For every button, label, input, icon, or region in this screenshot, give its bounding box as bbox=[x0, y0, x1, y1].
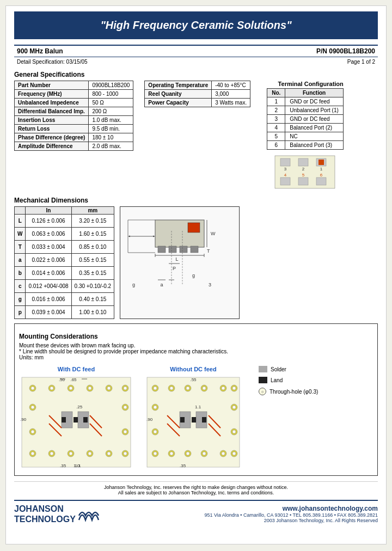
svg-text:a: a bbox=[161, 282, 163, 287]
solder-icon bbox=[259, 366, 267, 372]
svg-rect-10 bbox=[316, 177, 326, 185]
mounting-note2: * Line width should be designed to provi… bbox=[19, 348, 373, 354]
svg-text:3: 3 bbox=[284, 167, 287, 172]
svg-point-72 bbox=[107, 452, 111, 455]
website: www.johansontechnology.com bbox=[204, 505, 378, 512]
svg-text:.35: .35 bbox=[60, 463, 66, 468]
footer-line1: Johanson Technology, Inc. reserves the r… bbox=[14, 485, 378, 490]
svg-text:W: W bbox=[211, 231, 216, 236]
svg-point-54 bbox=[124, 387, 127, 390]
table-row: Frequency (MHz)800 - 1000 bbox=[15, 90, 133, 99]
svg-text:g: g bbox=[192, 273, 195, 278]
mounting-note1: Mount these devices with brown mark faci… bbox=[19, 342, 373, 348]
svg-rect-9 bbox=[298, 177, 308, 185]
legend-through: ○ Through-hole (φ0.3) bbox=[259, 388, 318, 395]
table-row: p0.039 ± 0.0041.00 ± 0.10 bbox=[15, 306, 114, 319]
table-row: L0.126 ± 0.0063.20 ± 0.15 bbox=[15, 215, 114, 228]
mounting-diagrams: With DC feed bbox=[19, 366, 373, 471]
table-row: b0.014 ± 0.0060.35 ± 0.15 bbox=[15, 267, 114, 280]
svg-point-44 bbox=[31, 387, 34, 390]
svg-text:1.1: 1.1 bbox=[195, 405, 201, 409]
table-row: Amplitude Difference2.0 dB max. bbox=[15, 142, 133, 151]
svg-point-99 bbox=[186, 387, 189, 390]
svg-point-56 bbox=[31, 406, 34, 409]
svg-text:.55: .55 bbox=[190, 377, 197, 382]
mechanical-title: Mechanical Dimensions bbox=[14, 197, 378, 204]
svg-rect-1 bbox=[280, 158, 290, 166]
terminal-diagram: 3 2 1 4 5 6 bbox=[272, 153, 338, 191]
address: 951 Via Alondra • Camarillo, CA 93012 • … bbox=[204, 512, 378, 518]
svg-text:L: L bbox=[176, 256, 179, 262]
mech-diagram: W L P g T a 3 g bbox=[122, 209, 237, 315]
svg-text:.65: .65 bbox=[70, 377, 77, 382]
svg-point-50 bbox=[88, 387, 91, 390]
table-row: Operating Temperature-40 to +85°C bbox=[145, 81, 250, 90]
mech-section: In mm L0.126 ± 0.0063.20 ± 0.15W0.063 ± … bbox=[14, 206, 378, 319]
svg-point-70 bbox=[88, 452, 91, 455]
svg-rect-2 bbox=[298, 158, 308, 166]
svg-point-113 bbox=[232, 430, 236, 433]
svg-point-103 bbox=[222, 387, 225, 390]
svg-point-105 bbox=[232, 387, 236, 390]
svg-text:.25: .25 bbox=[76, 405, 83, 409]
banner-title: "High Frequency Ceramic Solutions" bbox=[100, 19, 291, 31]
specs-right-table: Operating Temperature-40 to +85°CReel Qu… bbox=[144, 81, 250, 107]
svg-point-64 bbox=[31, 452, 34, 455]
table-row: 6Balanced Port (3) bbox=[267, 141, 344, 150]
svg-point-115 bbox=[154, 452, 157, 455]
svg-text:1.1: 1.1 bbox=[75, 463, 81, 468]
table-row: 2Unbalanced Port (1) bbox=[267, 106, 344, 115]
svg-text:2: 2 bbox=[302, 167, 305, 172]
svg-rect-79 bbox=[83, 417, 88, 423]
product-name: 900 MHz Balun bbox=[17, 47, 63, 55]
company-right: www.johansontechnology.com 951 Via Alond… bbox=[204, 505, 378, 523]
svg-point-119 bbox=[186, 452, 189, 455]
svg-point-58 bbox=[124, 406, 127, 409]
terminal-col-no: No. bbox=[267, 89, 285, 97]
svg-text:3: 3 bbox=[209, 282, 211, 287]
table-row: Reel Quanity3,000 bbox=[145, 90, 250, 99]
land-icon bbox=[259, 377, 267, 383]
mounting-section: Mounting Considerations Mount these devi… bbox=[14, 323, 378, 476]
svg-rect-78 bbox=[74, 417, 78, 423]
table-row: 3GND or DC feed bbox=[267, 115, 344, 124]
table-row: c0.012 +004/-0080.30 +0.10/-0.2 bbox=[15, 280, 114, 293]
col-mm: mm bbox=[71, 207, 114, 215]
mounting-title: Mounting Considerations bbox=[19, 333, 373, 340]
terminal-section: Terminal Configuration No. Function 1GND… bbox=[267, 81, 344, 192]
svg-rect-130 bbox=[202, 417, 206, 423]
svg-point-52 bbox=[107, 387, 111, 390]
svg-point-66 bbox=[50, 452, 53, 455]
svg-text:g: g bbox=[132, 282, 135, 287]
svg-text:5: 5 bbox=[302, 173, 305, 177]
svg-text:1: 1 bbox=[320, 167, 323, 172]
svg-text:T: T bbox=[207, 248, 210, 254]
svg-point-101 bbox=[203, 387, 206, 390]
page-number: Page 1 of 2 bbox=[347, 59, 375, 65]
terminal-col-func: Function bbox=[285, 89, 344, 97]
table-row: g0.016 ± 0.0060.40 ± 0.15 bbox=[15, 293, 114, 306]
diagram2-title: Without DC feed bbox=[144, 366, 242, 372]
table-row: 1GND or DC feed bbox=[267, 97, 344, 106]
company-footer: JOHANSON TECHNOLOGY www.johansontechnolo… bbox=[14, 500, 378, 524]
svg-text:.35: .35 bbox=[180, 463, 186, 468]
svg-rect-77 bbox=[62, 417, 66, 423]
company-name: JOHANSON TECHNOLOGY bbox=[14, 504, 76, 524]
table-row: a0.022 ± 0.0060.55 ± 0.15 bbox=[15, 254, 114, 267]
svg-point-60 bbox=[31, 430, 34, 433]
mech-table: In mm L0.126 ± 0.0063.20 ± 0.15W0.063 ± … bbox=[14, 206, 114, 319]
svg-text:.50: .50 bbox=[59, 377, 65, 382]
svg-point-125 bbox=[232, 452, 236, 455]
svg-rect-8 bbox=[280, 177, 290, 185]
table-row: 4Balanced Port (2) bbox=[267, 124, 344, 132]
svg-point-62 bbox=[124, 430, 127, 433]
svg-text:.90: .90 bbox=[146, 417, 153, 422]
terminal-title: Terminal Configuration bbox=[267, 81, 344, 87]
legend-land: Land bbox=[259, 377, 318, 383]
terminal-table: No. Function 1GND or DC feed2Unbalanced … bbox=[267, 88, 344, 150]
specs-left-table: Part Number0900BL18B200Frequency (MHz)80… bbox=[14, 81, 133, 151]
svg-text:6: 6 bbox=[320, 173, 323, 177]
svg-rect-18 bbox=[180, 246, 187, 253]
svg-rect-4 bbox=[318, 160, 324, 165]
svg-point-97 bbox=[170, 387, 173, 390]
